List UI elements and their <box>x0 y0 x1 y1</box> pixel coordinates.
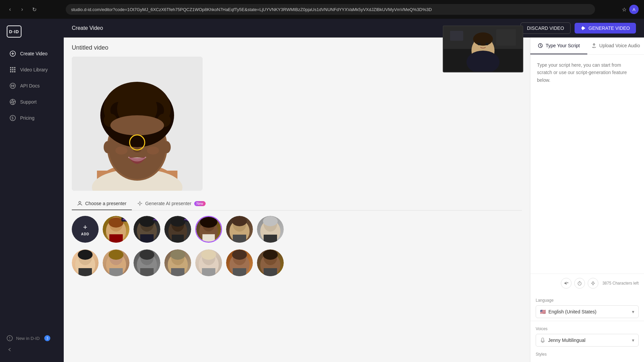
language-dropdown[interactable]: 🇺🇸 English (United States) ▾ <box>536 305 639 318</box>
support-icon <box>9 99 16 105</box>
svg-rect-108 <box>264 268 277 276</box>
tab-type-script[interactable]: Type Your Script <box>530 38 587 54</box>
tab-upload-audio[interactable]: Upload Voice Audio <box>587 38 644 54</box>
presenter-image-5 <box>226 216 253 243</box>
logo-text: D·ID <box>9 29 19 34</box>
svg-point-39 <box>115 146 127 155</box>
presenter-thumb-3[interactable]: HQ <box>164 216 191 243</box>
presenter-thumb-r2-6[interactable] <box>226 249 253 276</box>
presenter-tabs: Choose a presenter Generate AI presenter… <box>72 197 522 210</box>
svg-rect-10 <box>12 71 13 72</box>
browser-icons-right: ☆ A <box>622 5 639 14</box>
presenter-image-r2-4 <box>164 249 191 276</box>
presenters-row-1: + ADD HQ HQ <box>72 216 522 245</box>
flag-icon: 🇺🇸 <box>540 309 546 314</box>
choose-tab-label: Choose a presenter <box>85 201 126 206</box>
svg-rect-8 <box>14 69 15 70</box>
sidebar-item-new-in-did[interactable]: New in D-ID 3 <box>3 333 61 344</box>
create-video-icon <box>9 50 16 57</box>
cursor-circle <box>129 134 145 150</box>
svg-rect-11 <box>14 71 15 72</box>
chevron-down-icon: ▾ <box>632 309 634 314</box>
back-button[interactable]: ‹ <box>5 5 15 14</box>
presenter-svg <box>72 57 203 191</box>
svg-point-87 <box>109 250 123 260</box>
svg-point-83 <box>78 250 93 260</box>
presenter-thumb-r2-1[interactable] <box>72 249 99 276</box>
discard-video-button[interactable]: DISCARD VIDEO <box>521 22 570 34</box>
presenter-thumb-r2-3[interactable] <box>133 249 160 276</box>
presenter-thumb-r2-4[interactable] <box>164 249 191 276</box>
presenter-thumb-r2-2[interactable] <box>103 249 129 276</box>
tab-choose-presenter[interactable]: Choose a presenter <box>72 197 132 210</box>
script-tabs: Type Your Script Upload Voice Audio <box>530 38 644 55</box>
main-header: Create Video ✓ DISCARD VIDEO GENERATE VI… <box>64 19 644 38</box>
sidebar-item-label: Create Video <box>20 51 47 56</box>
svg-rect-100 <box>202 268 215 276</box>
presenter-image-r2-7 <box>257 249 284 276</box>
sidebar-item-label: API Docs <box>20 83 40 88</box>
url-bar[interactable]: studio.d-id.com/editor?code=1Ot7GyMJ_6XC… <box>66 4 595 15</box>
presenters-row-2 <box>72 249 522 279</box>
url-text: studio.d-id.com/editor?code=1Ot7GyMJ_6XC… <box>71 7 432 12</box>
mute-button[interactable] <box>561 278 572 289</box>
svg-point-79 <box>263 216 278 226</box>
sidebar-item-pricing[interactable]: $ Pricing <box>3 111 61 125</box>
svg-point-99 <box>201 250 216 260</box>
magic-button[interactable] <box>588 278 598 289</box>
bottom-icons <box>561 278 598 289</box>
tab-generate-ai[interactable]: Generate AI presenter New <box>132 197 211 210</box>
add-icon: + <box>83 223 88 232</box>
script-textarea[interactable] <box>530 55 644 274</box>
sidebar-back-btn[interactable] <box>3 344 61 355</box>
sidebar-item-support[interactable]: Support <box>3 95 61 109</box>
add-presenter-button[interactable]: + ADD <box>72 216 99 243</box>
presenter-thumb-selected[interactable] <box>195 216 222 243</box>
presenter-thumb-r2-5[interactable] <box>195 249 222 276</box>
presenter-image-r2-1 <box>72 249 99 276</box>
presenter-thumb-2[interactable]: HQ <box>133 216 160 243</box>
main-content: Create Video ✓ DISCARD VIDEO GENERATE VI… <box>64 19 644 362</box>
svg-rect-76 <box>233 235 246 243</box>
presenter-thumb-6[interactable] <box>257 216 284 243</box>
video-preview <box>72 57 203 191</box>
sidebar-bottom: New in D-ID 3 <box>0 333 64 355</box>
generate-tab-label: Generate AI presenter <box>145 201 192 206</box>
forward-button[interactable]: › <box>17 5 27 14</box>
bookmark-icon: ☆ <box>622 6 627 13</box>
svg-rect-84 <box>78 268 92 276</box>
presenter-thumb-5[interactable] <box>226 216 253 243</box>
presenter-thumb-r2-7[interactable] <box>257 249 284 276</box>
language-label: Language <box>536 298 639 303</box>
svg-point-103 <box>232 250 247 260</box>
sidebar-item-video-library[interactable]: Video Library <box>3 62 61 77</box>
new-badge: 3 <box>44 335 50 341</box>
refresh-button[interactable]: ↻ <box>30 5 39 14</box>
svg-point-15 <box>12 101 14 103</box>
upload-audio-icon <box>591 43 597 48</box>
timer-icon <box>577 281 582 286</box>
svg-point-122 <box>473 33 493 46</box>
svg-point-24 <box>9 339 10 340</box>
sidebar-item-api-docs[interactable]: API Docs <box>3 78 61 93</box>
microphone-icon <box>540 338 545 343</box>
presenter-display <box>72 57 203 191</box>
sidebar-item-create-video[interactable]: Create Video <box>3 46 61 61</box>
svg-rect-6 <box>10 69 11 70</box>
timer-button[interactable] <box>574 278 585 289</box>
svg-point-54 <box>104 141 112 153</box>
editor-area: Choose a presenter Generate AI presenter… <box>64 38 644 362</box>
svg-line-111 <box>540 46 541 47</box>
pricing-icon: $ <box>9 115 16 121</box>
logo: D·ID <box>0 25 64 46</box>
char-count: 3875 Characters left <box>602 281 639 286</box>
logo-box: D·ID <box>7 25 21 38</box>
generate-video-button[interactable]: GENERATE VIDEO <box>575 23 636 34</box>
voices-dropdown[interactable]: Jenny Multilingual ▾ <box>536 334 639 347</box>
svg-rect-92 <box>140 268 154 276</box>
mute-icon <box>564 281 569 286</box>
sparkle-icon <box>137 201 143 206</box>
svg-point-124 <box>477 43 481 45</box>
browser-nav[interactable]: ‹ › ↻ <box>5 5 39 14</box>
presenter-thumb-1[interactable]: HQ <box>103 216 129 243</box>
